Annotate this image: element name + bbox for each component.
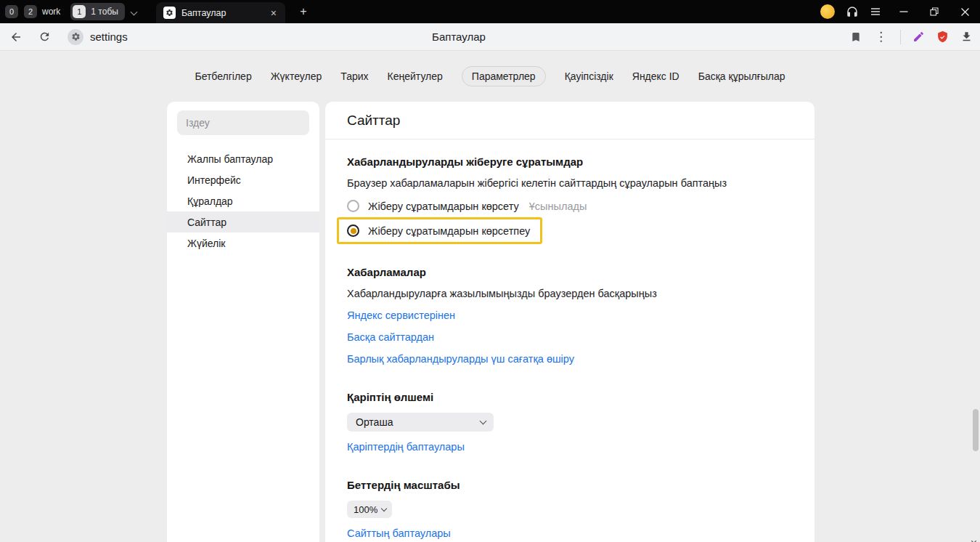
site-identity-chip[interactable]: settings	[68, 29, 128, 45]
radio-hide-requests[interactable]: Жіберу сұратымдарын көрсетпеу	[347, 225, 530, 237]
settings-page: Бетбелгілер Жүктеулер Тарих Кеңейтулер П…	[0, 51, 980, 542]
font-size-heading: Қаріптің өлшемі	[347, 391, 793, 403]
push-requests-description: Браузер хабарламаларын жібергісі келетін…	[347, 177, 793, 189]
link-mute-all-notifications[interactable]: Барлық хабарландыруларды үш сағатқа өшір…	[347, 353, 574, 365]
toolbar-page-title: Баптаулар	[432, 31, 486, 43]
link-other-sites[interactable]: Басқа сайттардан	[347, 331, 434, 343]
radio-selected-icon[interactable]	[347, 225, 359, 237]
radio-hide-label[interactable]: Жіберу сұратымдарын көрсетпеу	[368, 225, 530, 237]
refresh-icon[interactable]	[32, 25, 57, 49]
notifications-description: Хабарландыруларға жазылымыңызды браузерд…	[347, 288, 793, 299]
work-group-count-badge: 2	[24, 5, 37, 18]
settings-nav: Бетбелгілер Жүктеулер Тарих Кеңейтулер П…	[0, 51, 980, 86]
tab-close-icon[interactable]: ×	[269, 7, 278, 20]
notifications-section: Хабарламалар Хабарландыруларға жазылымың…	[347, 266, 793, 365]
page-title: Сайттар	[325, 102, 814, 139]
window-restore-button[interactable]	[919, 0, 950, 23]
bookmark-icon[interactable]	[850, 31, 862, 43]
active-group-label: 1 тобы	[91, 7, 118, 17]
profile-avatar[interactable]	[820, 4, 835, 19]
sidebar-item-system[interactable]: Жүйелік	[167, 232, 319, 254]
settings-layout: Жалпы баптаулар Интерфейс Құралдар Сайтт…	[167, 102, 814, 542]
page-scale-heading: Беттердің масштабы	[347, 479, 793, 491]
active-group-count-badge: 1	[73, 5, 86, 18]
active-tab[interactable]: Баптаулар ×	[156, 2, 285, 23]
font-size-section: Қаріптің өлшемі Орташа Қаріптердің бапта…	[347, 391, 793, 453]
tab-strip: 0 2 work 1 1 тобы Баптаулар × +	[0, 0, 820, 23]
settings-body: Хабарландыруларды жіберуге сұратымдар Бр…	[325, 139, 814, 539]
tab-group-work[interactable]: 2 work	[22, 3, 67, 20]
settings-gear-favicon-icon	[163, 7, 176, 19]
toolbar-divider	[900, 30, 901, 44]
sidebar-item-interface[interactable]: Интерфейс	[167, 169, 319, 190]
window-close-button[interactable]	[950, 0, 980, 23]
nav-tab-bookmarks[interactable]: Бетбелгілер	[195, 67, 251, 86]
push-requests-heading: Хабарландыруларды жіберуге сұратымдар	[347, 155, 793, 168]
voice-assistant-headset-icon[interactable]	[846, 5, 859, 18]
search-input[interactable]	[177, 117, 309, 129]
active-tab-title: Баптаулар	[181, 8, 264, 18]
highlight-annotation: Жіберу сұратымдарын көрсетпеу	[337, 217, 542, 244]
font-size-select[interactable]: Орташа	[347, 413, 494, 432]
shield-extension-icon[interactable]	[936, 31, 949, 43]
hamburger-menu-icon[interactable]	[870, 6, 881, 17]
nav-tab-downloads[interactable]: Жүктеулер	[271, 67, 322, 86]
page-scale-section: Беттердің масштабы 100% Сайттың баптаула…	[347, 479, 793, 539]
chevron-down-icon	[381, 505, 387, 511]
new-tab-button[interactable]: +	[295, 3, 312, 20]
more-options-dots-icon[interactable]: ⋮	[873, 31, 889, 43]
sidebar-item-tools[interactable]: Құралдар	[167, 190, 319, 211]
nav-tab-security[interactable]: Қауіпсіздік	[565, 67, 613, 86]
font-size-value: Орташа	[356, 416, 393, 428]
window-minimize-button[interactable]	[889, 0, 919, 23]
collapsed-group-badge[interactable]: 0	[5, 5, 18, 18]
page-scale-value: 100%	[354, 504, 377, 515]
push-requests-section: Хабарландыруларды жіберуге сұратымдар Бр…	[347, 155, 793, 244]
nav-tab-history[interactable]: Тарих	[340, 67, 368, 86]
settings-sidebar: Жалпы баптаулар Интерфейс Құралдар Сайтт…	[167, 102, 319, 542]
nav-tab-extensions[interactable]: Кеңейтулер	[388, 67, 443, 86]
link-yandex-services[interactable]: Яндекс сервистерінен	[347, 310, 455, 321]
pen-extension-icon[interactable]	[912, 31, 925, 43]
sidebar-item-sites[interactable]: Сайттар	[167, 211, 319, 232]
notifications-heading: Хабарламалар	[347, 266, 793, 278]
link-font-settings[interactable]: Қаріптердің баптаулары	[347, 441, 465, 453]
nav-tab-other-devices[interactable]: Басқа құрылғылар	[698, 67, 785, 86]
page-scale-select[interactable]: 100%	[347, 501, 392, 518]
address-toolbar: settings Баптаулар ⋮	[0, 23, 980, 51]
url-text[interactable]: settings	[90, 31, 128, 43]
recommended-badge: Ұсынылады	[529, 201, 587, 212]
sidebar-search[interactable]	[177, 110, 309, 135]
site-favicon-icon	[68, 29, 83, 45]
group-chevron-down-icon[interactable]	[128, 1, 141, 23]
settings-content: Сайттар Хабарландыруларды жіберуге сұрат…	[325, 102, 814, 542]
browser-window: 0 2 work 1 1 тобы Баптаулар × +	[0, 0, 980, 542]
work-group-label: work	[42, 7, 60, 17]
titlebar: 0 2 work 1 1 тобы Баптаулар × +	[0, 0, 980, 23]
chevron-down-icon	[480, 418, 487, 425]
radio-show-label[interactable]: Жіберу сұратымдарын көрсету	[368, 201, 519, 212]
back-arrow-icon[interactable]	[4, 25, 28, 49]
nav-tab-settings[interactable]: Параметрлер	[462, 66, 546, 86]
scrollbar-down-arrow-icon[interactable]	[971, 533, 978, 540]
scrollbar-thumb[interactable]	[973, 409, 979, 451]
radio-unselected-icon[interactable]	[347, 200, 359, 212]
toolbar-actions: ⋮	[850, 30, 973, 44]
radio-show-requests[interactable]: Жіберу сұратымдарын көрсету Ұсынылады	[347, 200, 793, 212]
titlebar-controls	[820, 0, 980, 23]
sidebar-list: Жалпы баптаулар Интерфейс Құралдар Сайтт…	[167, 148, 319, 254]
nav-tab-yandex-id[interactable]: Яндекс ID	[632, 67, 679, 86]
tab-group-active[interactable]: 1 1 тобы	[70, 3, 125, 20]
sidebar-item-general[interactable]: Жалпы баптаулар	[167, 148, 319, 169]
download-icon[interactable]	[960, 31, 973, 43]
link-site-settings[interactable]: Сайттың баптаулары	[347, 527, 451, 539]
